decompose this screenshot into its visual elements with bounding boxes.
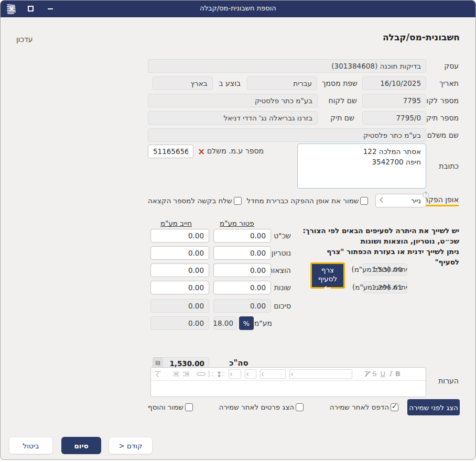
save-and-add-checkbox[interactable] [185, 403, 193, 411]
details-after-save-option[interactable]: הצג פרטים לאחר שמירה [219, 403, 304, 411]
close-icon[interactable]: × [4, 1, 19, 17]
issue-method-value: נייר [411, 194, 421, 207]
bold-icon[interactable]: B [395, 368, 401, 380]
grand-total-label: סה"כ [229, 358, 248, 368]
misc-liable-input[interactable] [150, 281, 209, 294]
expand-toolbar-icon[interactable] [155, 371, 162, 377]
attach-to-section-label: צרף לסעיף [318, 266, 338, 283]
notes-label: הערות [438, 377, 459, 385]
case-name-field: בזרנו גבריאלה נג' הדדי דניאל [148, 111, 318, 125]
save-and-add-label: שמור והוסף [148, 403, 183, 411]
payer-name-label: שם משלם [427, 131, 459, 139]
vat-percent-button[interactable]: % [239, 316, 254, 330]
doc-language-field: עברית [247, 76, 317, 90]
allocation-request-option[interactable]: שלח בקשה למספר הקצאה [148, 196, 242, 205]
address-textarea[interactable]: אסתר המלכה 122 חיפה 3542700 [297, 144, 426, 189]
liable-vat-header: חייב מע"מ [160, 219, 192, 227]
misc-exempt-input[interactable] [213, 281, 271, 294]
cancel-button[interactable]: ביטול [9, 437, 53, 454]
issued-in-label: בוצע ב [219, 79, 241, 87]
summary-exempt-field: 0.00 [213, 299, 271, 313]
address-label: כתובת [439, 162, 459, 170]
notes-editor: ⊂⊃ 1 —2 — ● —● — T S U I B [150, 367, 426, 397]
notes-toolbar: ⊂⊃ 1 —2 — ● —● — T S U I B [151, 368, 426, 381]
business-field: בדיקות תוכנה (301384608) [148, 59, 426, 73]
balance-excl-vat-label: יתרה (לפני מע"מ) [352, 283, 407, 291]
bullet-list-icon[interactable]: ● —● — [218, 371, 225, 377]
summary-liable-field: 0.00 [150, 299, 209, 313]
save-and-add-option[interactable]: שמור והוסף [148, 403, 193, 411]
expenses-exempt-input[interactable] [213, 263, 271, 277]
issue-method-select[interactable]: נייר ? [375, 194, 426, 207]
balance-incl-vat-label: יתרה (כולל מע"מ) [351, 265, 407, 273]
date-field: 16/10/2025 [362, 76, 426, 90]
payer-vat-label: מספר ע.מ. משלם [207, 147, 264, 155]
date-label: תאריך [439, 79, 459, 87]
dialog-window: הוספת חשבונית-מס/קבלה × חשבונית-מס/קבלה … [0, 0, 476, 460]
notes-input[interactable] [151, 381, 426, 397]
clear-format-icon[interactable]: T [364, 368, 369, 380]
preview-before-save-button[interactable]: הצג לפני שמירה [407, 399, 460, 415]
window-title: הוספת חשבונית-מס/קבלה [1, 4, 475, 12]
strikethrough-icon[interactable]: S [372, 368, 376, 380]
chevron-down-icon [380, 197, 385, 203]
case-number-label: מספר תיק [426, 114, 459, 122]
print-after-save-label: הדפס לאחר שמירה [330, 403, 389, 411]
save-default-option[interactable]: שמור את אופן ההפקה כברירת מחדל [247, 196, 369, 205]
fee-exempt-input[interactable] [213, 229, 271, 243]
vat-amount-field: 0.00 [150, 316, 209, 330]
help-icon: ? [423, 192, 429, 198]
issue-method-label: אופן הפקה [424, 195, 459, 206]
details-after-save-checkbox[interactable] [296, 403, 304, 411]
save-default-checkbox[interactable] [360, 197, 368, 205]
italic-icon[interactable]: I [389, 368, 392, 380]
arrow-left-icon: ← [324, 282, 331, 293]
maximize-icon[interactable] [23, 1, 38, 17]
finish-button[interactable]: סיום [61, 437, 101, 454]
editor-dropdown-2[interactable] [245, 369, 256, 379]
payer-vat-input[interactable] [148, 145, 193, 158]
payer-name-field: בע"מ כתר פלסטיק [148, 128, 426, 142]
issued-in-field: בארץ [153, 76, 213, 90]
align-right-icon[interactable] [183, 372, 189, 377]
page-title: חשבונית-מס/קבלה [383, 32, 460, 42]
save-default-label: שמור את אופן ההפקה כברירת מחדל [247, 196, 359, 205]
invalid-x-icon: × [198, 145, 205, 158]
editor-dropdown-4[interactable] [289, 369, 352, 379]
notary-liable-input[interactable] [150, 246, 209, 260]
previous-button[interactable]: > קודם [109, 437, 153, 454]
fee-liable-input[interactable] [150, 229, 209, 243]
doc-language-label: שפת מסמך [322, 79, 358, 87]
mode-label: עדכון [16, 35, 33, 43]
editor-dropdown-3[interactable] [260, 369, 286, 379]
allocation-request-label: שלח בקשה למספר הקצאה [148, 196, 232, 205]
editor-dropdown-1[interactable] [229, 369, 241, 379]
titlebar: הוספת חשבונית-מס/קבלה × [1, 1, 475, 17]
allocation-note-line2: שכ״ט, נוטריון, הוצאות ושונות [302, 236, 459, 246]
allocation-request-checkbox[interactable] [234, 197, 242, 205]
allocation-note: יש לשייך את היתרה לסעיפים הבאים לפי הצור… [302, 225, 459, 267]
save-options-row: הדפס לאחר שמירה הצג פרטים לאחר שמירה שמו… [148, 403, 398, 411]
underline-icon[interactable]: U [380, 368, 385, 380]
client-name-field: בע"מ כתר פלסטיק [148, 94, 318, 107]
print-after-save-checkbox[interactable] [391, 403, 398, 411]
print-after-save-option[interactable]: הדפס לאחר שמירה [330, 403, 398, 411]
case-name-label: שם תיק [330, 114, 354, 122]
details-after-save-label: הצג פרטים לאחר שמירה [219, 403, 294, 411]
client-name-label: שם לקוח [328, 96, 357, 105]
attach-to-section-button[interactable]: צרף לסעיף ← [310, 262, 345, 289]
allocation-note-line1: יש לשייך את היתרה לסעיפים הבאים לפי הצור… [302, 225, 459, 236]
minimize-icon[interactable] [42, 1, 58, 17]
link-icon[interactable]: ⊂⊃ [196, 368, 204, 380]
client-number-label: מספר לקוח [421, 96, 459, 105]
business-label: עסק [444, 62, 459, 70]
ordered-list-icon[interactable]: 1 —2 — [208, 371, 214, 377]
exempt-vat-header: פטור מע"מ [220, 219, 254, 227]
align-center-icon[interactable] [173, 372, 179, 377]
vat-rate-field: 18.00 [213, 316, 237, 330]
notary-exempt-input[interactable] [213, 246, 271, 260]
client-number-field: 7795 [362, 94, 426, 107]
expenses-liable-input[interactable] [150, 263, 209, 277]
case-number-field: 7795/0 [362, 111, 426, 125]
